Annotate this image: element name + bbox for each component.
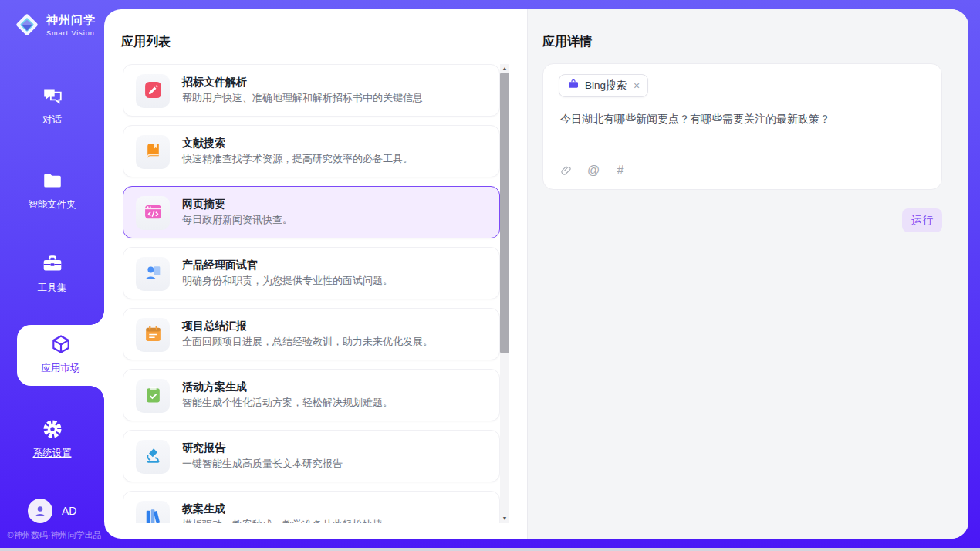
app-card-3[interactable]: 产品经理面试官 明确身份和职责，为您提供专业性的面试问题。 xyxy=(123,247,500,299)
app-description: 模板驱动，教案秒成，教学准备从此轻松快捷 xyxy=(182,518,383,523)
app-name: 研究报告 xyxy=(182,441,225,455)
app-description: 一键智能生成高质量长文本研究报告 xyxy=(182,457,343,471)
copyright-text: ©神州数码·神州问学出品 xyxy=(5,529,104,541)
app-icon-box xyxy=(136,257,170,291)
app-list-scrollbar[interactable]: ▲ ▼ xyxy=(500,64,509,523)
brand-name: 神州问学 xyxy=(46,13,96,28)
close-icon[interactable]: × xyxy=(634,80,640,91)
sidebar-item-3[interactable]: 应用市场 xyxy=(17,325,104,375)
paperclip-icon[interactable] xyxy=(559,163,574,178)
app-card-2[interactable]: 网页摘要 每日政府新闻资讯快查。 xyxy=(123,186,500,238)
hash-icon[interactable]: # xyxy=(613,163,628,178)
app-card-5[interactable]: 活动方案生成 智能生成个性化活动方案，轻松解决规划难题。 xyxy=(123,369,500,421)
app-icon-box xyxy=(136,135,170,169)
app-card-7[interactable]: 教案生成 模板驱动，教案秒成，教学准备从此轻松快捷 xyxy=(123,491,500,523)
app-icon-box xyxy=(136,74,170,108)
window-bottom-edge xyxy=(0,548,980,551)
microscope-icon xyxy=(144,446,163,468)
app-detail-panel: 应用详情 Bing搜索 × 今日湖北有哪些新闻要点？有哪些需要关注的最新政策？ … xyxy=(527,9,968,539)
app-name: 文献搜索 xyxy=(182,137,225,150)
scroll-up-icon[interactable]: ▲ xyxy=(500,64,509,73)
sidebar-item-label: 应用市场 xyxy=(17,362,104,375)
app-name: 网页摘要 xyxy=(182,198,225,211)
app-description: 帮助用户快速、准确地理解和解析招标书中的关键信息 xyxy=(182,91,423,105)
app-icon-box xyxy=(136,440,170,474)
tender-doc-icon xyxy=(144,80,163,103)
app-icon-box xyxy=(136,196,170,230)
scroll-down-icon[interactable]: ▼ xyxy=(500,514,509,523)
book-icon xyxy=(144,141,163,164)
interviewer-icon xyxy=(144,263,163,286)
user-initials: AD xyxy=(62,505,76,517)
app-name: 活动方案生成 xyxy=(182,380,247,394)
app-icon-box xyxy=(136,318,170,352)
prompt-input[interactable]: 今日湖北有哪些新闻要点？有哪些需要关注的最新政策？ xyxy=(560,113,926,127)
folder-icon xyxy=(42,170,63,191)
app-logo: 神州问学 Smart Vision xyxy=(12,10,96,39)
app-name: 教案生成 xyxy=(182,502,225,516)
tool-tag-label: Bing搜索 xyxy=(585,79,627,93)
chat-icon xyxy=(42,85,63,106)
summary-calendar-icon xyxy=(144,324,163,346)
app-name: 产品经理面试官 xyxy=(182,259,258,272)
clipboard-check-icon xyxy=(144,385,163,407)
sidebar-item-label: 智能文件夹 xyxy=(0,198,104,211)
scrollbar-thumb[interactable] xyxy=(500,73,509,353)
main-content: 应用列表 招标文件解析 帮助用户快速、准确地理解和解析招标书中的关键信息 文献搜… xyxy=(104,9,968,539)
app-card-4[interactable]: 项目总结汇报 全面回顾项目进展，总结经验教训，助力未来优化发展。 xyxy=(123,308,500,360)
sidebar-item-label: 对话 xyxy=(0,113,104,127)
app-name: 招标文件解析 xyxy=(182,76,247,90)
sidebar-item-label: 工具集 xyxy=(0,282,104,295)
at-icon[interactable]: @ xyxy=(586,163,601,178)
person-icon xyxy=(32,503,48,519)
sidebar-item-2[interactable]: 工具集 xyxy=(0,253,104,295)
cube-icon xyxy=(50,333,72,355)
sidebar-item-4[interactable]: 系统设置 xyxy=(0,418,104,460)
sidebar: 神州问学 Smart Vision 对话 智能文件夹 工具集 应用市场 系统设置… xyxy=(0,0,104,551)
app-description: 智能生成个性化活动方案，轻松解决规划难题。 xyxy=(182,396,393,410)
prompt-card: Bing搜索 × 今日湖北有哪些新闻要点？有哪些需要关注的最新政策？ @# xyxy=(542,63,942,190)
app-detail-title: 应用详情 xyxy=(542,34,592,50)
input-toolbar: @# xyxy=(559,163,628,178)
app-card-1[interactable]: 文献搜索 快速精准查找学术资源，提高研究效率的必备工具。 xyxy=(123,125,500,177)
avatar[interactable] xyxy=(28,499,52,523)
webpage-icon xyxy=(144,202,163,225)
gear-icon xyxy=(42,418,63,440)
app-list-title: 应用列表 xyxy=(121,34,171,50)
app-description: 快速精准查找学术资源，提高研究效率的必备工具。 xyxy=(182,152,413,166)
app-icon-box xyxy=(136,379,170,413)
books-icon xyxy=(144,507,163,524)
app-description: 明确身份和职责，为您提供专业性的面试问题。 xyxy=(182,274,393,288)
run-button[interactable]: 运行 xyxy=(902,208,942,232)
app-name: 项目总结汇报 xyxy=(182,319,247,333)
app-icon-box xyxy=(136,501,170,523)
sidebar-item-1[interactable]: 智能文件夹 xyxy=(0,170,104,211)
app-list: 招标文件解析 帮助用户快速、准确地理解和解析招标书中的关键信息 文献搜索 快速精… xyxy=(123,64,500,523)
app-card-6[interactable]: 研究报告 一键智能生成高质量长文本研究报告 xyxy=(123,430,500,482)
app-description: 每日政府新闻资讯快查。 xyxy=(182,213,292,227)
app-card-0[interactable]: 招标文件解析 帮助用户快速、准确地理解和解析招标书中的关键信息 xyxy=(123,64,500,117)
app-description: 全面回顾项目进展，总结经验教训，助力未来优化发展。 xyxy=(182,335,433,349)
sidebar-item-active-bubble: 应用市场 xyxy=(17,325,104,386)
sidebar-item-label: 系统设置 xyxy=(0,447,104,460)
toolbox-icon xyxy=(42,253,63,275)
sidebar-item-0[interactable]: 对话 xyxy=(0,85,104,127)
tool-tag-bing-search[interactable]: Bing搜索 × xyxy=(559,74,648,97)
brand-subtitle: Smart Vision xyxy=(46,29,96,37)
briefcase-icon xyxy=(567,78,580,93)
diamond-logo-icon xyxy=(12,10,42,39)
user-account[interactable]: AD xyxy=(28,499,76,523)
